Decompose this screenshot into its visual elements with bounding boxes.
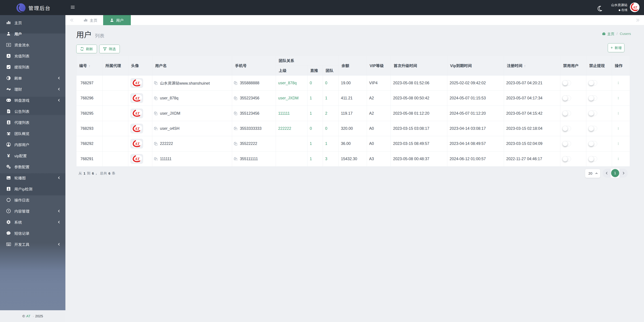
- svg-text:AT: AT: [134, 111, 140, 116]
- svg-text:AT: AT: [134, 96, 140, 100]
- svg-text:AT: AT: [134, 127, 140, 131]
- svg-text:?: ?: [8, 210, 9, 213]
- svg-text:AT: AT: [134, 157, 140, 161]
- svg-text:AT: AT: [134, 142, 140, 146]
- svg-text:AT: AT: [134, 81, 140, 85]
- svg-text:A: A: [8, 54, 10, 57]
- svg-text:AT: AT: [632, 6, 637, 9]
